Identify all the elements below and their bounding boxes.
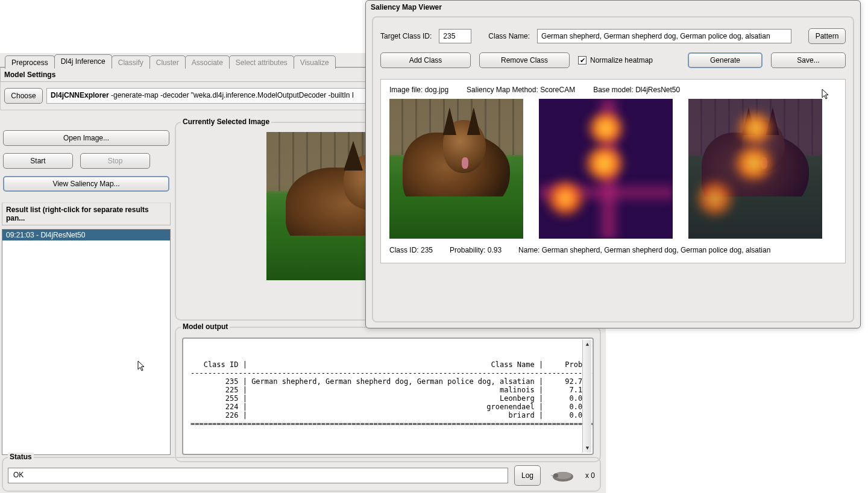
saliency-meta-name: Name: German shepherd, German shepherd d… [518,246,770,254]
tab-classify: Classify [112,55,150,69]
model-output-scrollbar[interactable]: ▲ ▼ [582,340,591,453]
open-image-button[interactable]: Open Image... [3,130,169,146]
model-output-title: Model output [181,322,230,331]
saliency-original-image [389,99,523,239]
remove-class-button[interactable]: Remove Class [479,52,570,68]
tab-associate: Associate [185,55,230,69]
generate-button[interactable]: Generate [688,52,763,68]
status-error-count: x 0 [585,471,595,480]
tab-cluster: Cluster [149,55,186,69]
saliency-meta-class-id: Class ID: 235 [389,246,433,254]
saliency-overlay-image [688,99,822,239]
tab-select-attributes: Select attributes [229,55,294,69]
class-name-label: Class Name: [488,32,530,40]
saliency-meta-probability: Probability: 0.93 [450,246,502,254]
tab-preprocess[interactable]: Preprocess [5,55,55,69]
normalize-heatmap-checkbox[interactable]: ✔ Normalize heatmap [578,56,653,64]
class-name-input[interactable] [537,29,791,43]
tab-visualize: Visualize [294,55,336,69]
saliency-window-title: Saliency Map Viewer [366,1,860,16]
normalize-heatmap-label: Normalize heatmap [590,56,653,64]
currently-selected-image-title: Currently Selected Image [181,118,271,126]
scroll-up-icon[interactable]: ▲ [583,341,591,348]
model-output-pre: Class ID | Class Name | Prob % ---------… [190,360,585,428]
stop-button: Stop [80,153,150,169]
start-button[interactable]: Start [3,153,73,169]
result-list[interactable]: 09:21:03 - Dl4jResNet50 [2,229,171,455]
result-list-item[interactable]: 09:21:03 - Dl4jResNet50 [2,230,170,240]
weka-bird-icon [547,468,579,483]
svg-point-2 [553,474,558,478]
choose-button[interactable]: Choose [4,88,43,104]
status-value: OK [8,468,508,483]
saliency-meta-method: Saliency Map Method: ScoreCAM [467,86,575,94]
saliency-map-viewer-window[interactable]: Saliency Map Viewer Target Class ID: Cla… [365,0,861,328]
pattern-button[interactable]: Pattern [808,28,846,44]
target-class-id-label: Target Class ID: [380,32,432,40]
model-command-args: -generate-map -decoder "weka.dl4j.infere… [109,91,354,99]
tab-dl4j-inference[interactable]: Dl4j Inference [54,54,112,69]
checkbox-checked-icon: ✔ [578,56,587,64]
save-button[interactable]: Save... [771,52,846,68]
saliency-meta-image-file: Image file: dog.jpg [389,86,448,94]
scroll-down-icon[interactable]: ▼ [583,444,591,452]
saliency-meta-base-model: Base model: Dl4jResNet50 [593,86,680,94]
result-list-title: Result list (right-click for separate re… [2,203,171,225]
model-output-text[interactable]: Class ID | Class Name | Prob % ---------… [182,338,594,455]
model-command-classname: Dl4jCNNExplorer [51,91,109,99]
log-button[interactable]: Log [514,465,541,486]
saliency-heatmap-image [539,99,673,239]
target-class-id-input[interactable] [439,29,471,43]
view-saliency-map-button[interactable]: View Saliency Map... [3,176,169,192]
status-title: Status [8,453,34,461]
add-class-button[interactable]: Add Class [380,52,471,68]
saliency-output-panel: Image file: dog.jpg Saliency Map Method:… [380,79,846,263]
